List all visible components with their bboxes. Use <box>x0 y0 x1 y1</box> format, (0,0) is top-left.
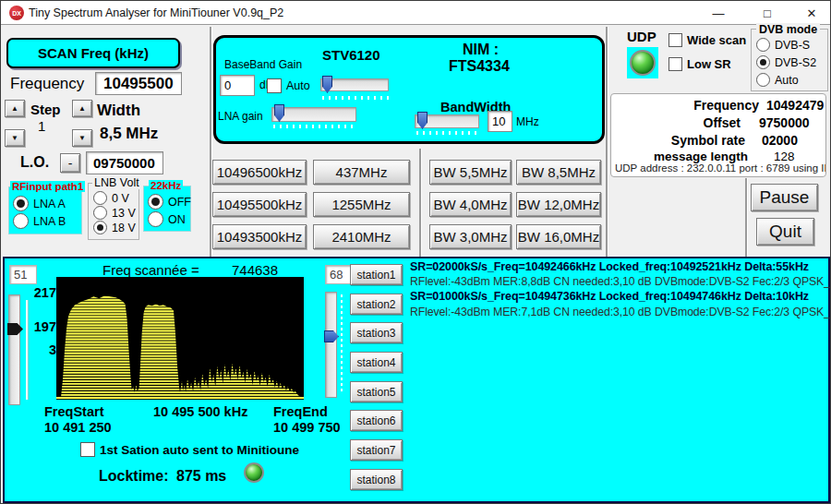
auto-send-label: 1st Sation auto sent to Minitioune <box>100 443 299 457</box>
width-down-icon[interactable]: ▼ <box>72 129 92 147</box>
right-slider-track[interactable] <box>325 292 337 398</box>
divider-actions <box>745 178 747 257</box>
tuner-chip-label: STV6120 <box>322 47 380 63</box>
quit-button[interactable]: Quit <box>756 218 814 246</box>
baseband-gain-slider-ticks <box>322 96 389 100</box>
bw-preset-30-button[interactable]: BW 3,0MHz <box>429 224 512 249</box>
freq-preset-2-button[interactable]: 10495500kHz <box>212 192 307 217</box>
station1-button[interactable]: station1 <box>350 264 403 285</box>
auto-checkbox[interactable]: Auto <box>267 78 310 93</box>
radio-dvbs2[interactable]: DVB-S2 <box>756 55 816 69</box>
info-message-length-value: 128 <box>774 150 795 163</box>
bw-preset-160-button[interactable]: BW 16,0MHz <box>516 224 601 249</box>
auto-send-checkbox[interactable]: 1st Sation auto sent to Minitioune <box>80 442 299 457</box>
bandwidth-input[interactable]: 10 <box>488 111 512 132</box>
width-up-icon[interactable]: ▲ <box>72 100 92 117</box>
left-slider-value-input[interactable]: 51 <box>9 265 37 284</box>
radio-22-off-label: OFF <box>168 196 191 209</box>
freq-preset-3-button[interactable]: 10493500kHz <box>212 224 307 249</box>
app-window: DX Tiny Spectrum Analyser for MiniTioune… <box>0 0 831 504</box>
low-sr-checkbox-icon <box>668 57 682 71</box>
freq-end-label: FreqEnd <box>273 404 328 419</box>
auto-send-checkbox-icon <box>80 442 95 457</box>
status-line-1: SR=02000kS/s_Freq=10492466kHz Locked_fre… <box>410 260 809 273</box>
radio-13v-label: 13 V <box>112 207 136 220</box>
radio-22-off[interactable]: OFF <box>148 194 191 210</box>
bw-preset-55-button[interactable]: BW 5,5MHz <box>429 160 512 185</box>
tuner-info-box: Frequency 10492479 Offset 9750000 Symbol… <box>610 93 826 177</box>
scan-freq-button[interactable]: SCAN Freq (kHz) <box>6 38 180 68</box>
band-preset-2-button[interactable]: 1255MHz <box>313 192 410 217</box>
radio-lna-a[interactable]: LNA A <box>13 196 66 211</box>
y-tick-217: 217 <box>32 285 56 300</box>
divider-left <box>210 27 211 257</box>
title-bar: DX Tiny Spectrum Analyser for MiniTioune… <box>1 1 830 25</box>
rf-input-title: RFinput path1 <box>10 181 85 192</box>
close-button-icon[interactable]: ✕ <box>798 4 825 22</box>
info-offset-value: 9750000 <box>759 115 810 130</box>
radio-22-off-icon <box>148 194 163 210</box>
wide-scan-checkbox[interactable]: Wide scan <box>668 33 746 47</box>
freq-preset-1-button[interactable]: 10496500kHz <box>212 160 307 185</box>
radio-dvbs2-icon <box>756 55 770 69</box>
locktime-led-icon <box>244 462 264 483</box>
radio-dvbs2-label: DVB-S2 <box>775 56 816 69</box>
radio-13v[interactable]: 13 V <box>93 206 136 220</box>
station4-button[interactable]: station4 <box>350 352 403 373</box>
step-down-icon[interactable]: ▼ <box>5 129 25 147</box>
radio-dvb-auto-label: Auto <box>775 74 799 87</box>
radio-lna-a-label: LNA A <box>33 198 66 210</box>
step-value: 1 <box>38 118 45 134</box>
bw-preset-85-button[interactable]: BW 8,5MHz <box>516 160 601 185</box>
radio-lna-b-label: LNA B <box>33 215 66 228</box>
radio-dvb-auto-icon <box>756 73 770 87</box>
frequency-input[interactable]: 10495500 <box>95 72 182 95</box>
radio-dvb-auto[interactable]: Auto <box>756 73 799 87</box>
band-preset-3-button[interactable]: 2410MHz <box>313 224 410 249</box>
nim-label-line1: NIM : <box>463 42 499 58</box>
lo-minus-button[interactable]: - <box>60 153 80 173</box>
status-line-3: SR=01000kS/s_Freq=10494736kHz Locked_fre… <box>410 290 809 303</box>
step-up-icon[interactable]: ▲ <box>5 100 25 117</box>
station5-button[interactable]: station5 <box>350 381 403 402</box>
info-frequency-label: Frequency <box>611 98 759 113</box>
info-symbol-rate-value: 02000 <box>762 133 798 148</box>
udp-led-tile <box>627 47 658 78</box>
right-slider-value-input[interactable]: 68 <box>325 265 352 284</box>
radio-lna-a-icon <box>13 196 29 211</box>
dvb-mode-title: DVB mode <box>756 23 820 36</box>
bw-preset-120-button[interactable]: BW 12,0MHz <box>516 192 601 217</box>
spectrum-baseline <box>56 397 304 399</box>
left-slider-track[interactable] <box>8 294 20 405</box>
status-line-4: RFlevel:-43dBm MER:7,1dB CN needed:3,10 … <box>410 306 831 318</box>
info-offset-label: Offset <box>611 115 741 130</box>
wide-scan-checkbox-icon <box>668 33 682 47</box>
lo-input[interactable]: 09750000 <box>86 151 163 174</box>
band-preset-1-button[interactable]: 437MHz <box>313 160 410 185</box>
radio-18v-icon <box>93 221 107 234</box>
radio-0v[interactable]: 0 V <box>93 191 129 205</box>
baseband-gain-input[interactable]: 0 <box>220 75 255 96</box>
pause-button[interactable]: Pause <box>751 184 818 211</box>
radio-18v[interactable]: 18 V <box>93 221 136 234</box>
maximize-button-icon[interactable]: □ <box>753 4 781 22</box>
radio-22-on[interactable]: ON <box>148 211 186 227</box>
minimize-button-icon[interactable]: — <box>705 4 732 22</box>
low-sr-checkbox[interactable]: Low SR <box>668 57 731 71</box>
left-slider-groove <box>26 300 28 400</box>
lnb-volt-title: LNB Volt <box>92 176 141 189</box>
bw-preset-40-button[interactable]: BW 4,0MHz <box>429 192 512 217</box>
station2-button[interactable]: station2 <box>350 294 403 315</box>
station3-button[interactable]: station3 <box>350 322 403 343</box>
info-message-length-label: message length <box>611 150 748 163</box>
nim-label-line2: FTS4334 <box>449 58 510 75</box>
frequency-label: Frequency <box>10 75 84 93</box>
bandwidth-slider-ticks <box>416 131 479 135</box>
radio-dvbs[interactable]: DVB-S <box>756 38 810 52</box>
radio-22-on-icon <box>148 211 163 227</box>
station8-button[interactable]: station8 <box>350 469 403 490</box>
station7-button[interactable]: station7 <box>350 439 403 461</box>
radio-lna-b[interactable]: LNA B <box>13 213 66 229</box>
station6-button[interactable]: station6 <box>350 410 403 431</box>
lna-gain-slider-ticks <box>273 125 356 128</box>
